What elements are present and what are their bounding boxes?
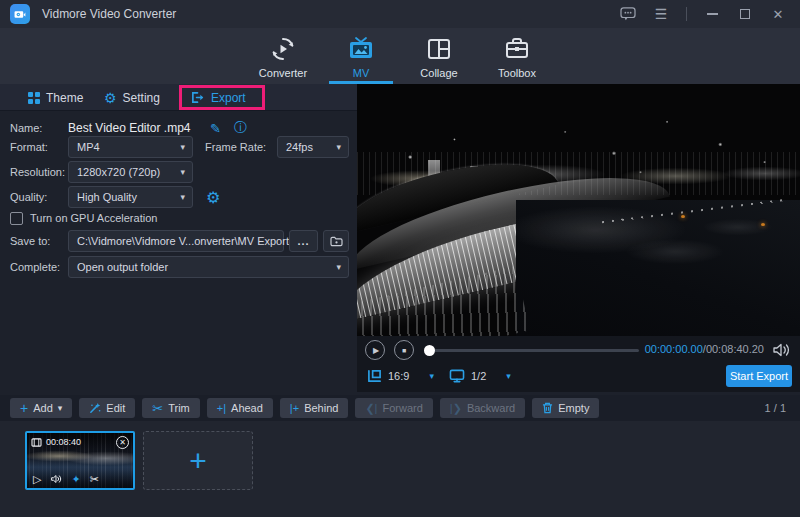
add-label: Add [33,402,53,414]
quality-dropdown[interactable]: High Quality ▾ [68,186,193,208]
tab-setting-label: Setting [123,91,160,105]
gpu-checkbox-label: Turn on GPU Acceleration [30,212,157,224]
start-export-button-small[interactable]: Start Export [726,365,792,387]
add-button[interactable]: + Add ▾ [10,398,72,418]
tab-export[interactable]: Export [190,84,246,111]
panel-tab-bar: Theme ⚙ Setting Export [0,84,357,111]
menu-icon[interactable]: ☰ [653,6,669,22]
clip-counter: 1 / 1 [765,402,786,414]
seek-handle[interactable] [424,345,435,356]
screen-selector[interactable]: 1/2 ▾ [449,364,511,388]
tab-theme-label: Theme [46,91,83,105]
gpu-row: Turn on GPU Acceleration [0,210,357,228]
clip-trim-icon[interactable]: ✂ [90,474,99,485]
save-path-field[interactable]: C:\Vidmore\Vidmore V...onverter\MV Expor… [68,230,284,252]
trim-button[interactable]: ✂ Trim [142,398,200,418]
remove-clip-icon[interactable]: ✕ [116,436,129,449]
open-folder-button[interactable] [323,230,349,252]
format-dropdown[interactable]: MP4 ▾ [68,136,193,158]
complete-dropdown[interactable]: Open output folder ▾ [68,256,349,278]
clip-play-icon[interactable]: ▷ [33,474,41,485]
orange-light [681,215,685,218]
volume-button[interactable] [772,342,790,358]
browse-button[interactable]: ... [289,230,318,252]
forward-button[interactable]: ❮| Forward [355,398,432,418]
insert-ahead-icon: +| [217,403,226,414]
clip-effect-icon[interactable]: ✦ [71,474,80,485]
plus-icon: + [189,446,207,476]
tab-theme[interactable]: Theme [28,84,83,111]
tab-setting[interactable]: ⚙ Setting [104,84,160,111]
aspect-ratio-selector[interactable]: 16:9 ▾ [367,364,434,388]
chevron-down-icon: ▾ [180,192,185,202]
toolbox-icon [504,36,530,62]
name-value: Best Video Editor .mp4 [68,121,191,135]
timeline-toolbar: + Add ▾ Edit ✂ Trim +| Ahead |+ Behind ❮… [0,395,800,421]
trash-icon [542,402,553,414]
tab-collage[interactable]: Collage [407,28,471,84]
empty-label: Empty [558,402,589,414]
quality-row: Quality: High Quality ▾ ⚙ [0,186,357,208]
save-to-row: Save to: C:\Vidmore\Vidmore V...onverter… [0,230,357,252]
time-display: 00:00:00.00/00:08:40.20 [645,343,764,355]
tab-export-label: Export [211,91,246,105]
tab-toolbox[interactable]: Toolbox [485,28,549,84]
frame-rate-dropdown[interactable]: 24fps ▾ [277,136,349,158]
chevron-down-icon: ▾ [336,262,341,272]
format-label: Format: [10,141,48,153]
info-icon[interactable]: ⓘ [234,119,247,137]
chevron-down-icon: ▾ [336,142,341,152]
gpu-acceleration-checkbox[interactable] [10,212,23,225]
behind-button[interactable]: |+ Behind [280,398,349,418]
plus-icon: + [20,401,28,415]
folder-icon [330,236,343,247]
harbor-water [516,200,800,336]
film-icon [31,438,42,447]
format-value: MP4 [77,141,100,153]
export-icon [190,91,205,104]
behind-label: Behind [304,402,338,414]
timeline-clip[interactable]: 00:08:40 ✕ ▷ ✦ ✂ [25,431,135,490]
tab-converter-label: Converter [259,67,307,79]
move-backward-icon: |❯ [450,403,462,414]
stop-button[interactable]: ■ [394,340,414,360]
tab-mv-label: MV [353,67,370,79]
clip-duration: 00:08:40 [46,437,81,447]
edit-button[interactable]: Edit [79,398,135,418]
app-window: Vidmore Video Converter ☰ ✕ Converter MV… [0,0,800,517]
resolution-label: Resolution: [10,166,65,178]
quality-settings-gear-icon[interactable]: ⚙ [206,188,220,207]
maximize-button[interactable] [737,6,753,22]
tab-converter[interactable]: Converter [251,28,315,84]
resolution-dropdown[interactable]: 1280x720 (720p) ▾ [68,161,193,183]
close-button[interactable]: ✕ [770,6,786,22]
video-preview[interactable] [357,84,800,336]
empty-button[interactable]: Empty [532,398,599,418]
export-settings-panel: Theme ⚙ Setting Export Name: Best Video … [0,84,357,395]
backward-button[interactable]: |❯ Backward [440,398,525,418]
timeline-strip: 00:08:40 ✕ ▷ ✦ ✂ + [0,421,800,517]
edit-name-icon[interactable]: ✎ [210,121,221,136]
name-label: Name: [10,122,42,134]
preview-panel: ▶ ■ 00:00:00.00/00:08:40.20 16:9 ▾ 1/2 ▾ [357,84,800,392]
seek-bar[interactable] [425,349,639,352]
add-clip-placeholder[interactable]: + [143,431,253,490]
chevron-down-icon: ▾ [506,371,511,381]
stop-icon: ■ [402,347,406,354]
format-row: Format: MP4 ▾ Frame Rate: 24fps ▾ [0,136,357,158]
resolution-row: Resolution: 1280x720 (720p) ▾ [0,161,357,183]
time-total: 00:08:40.20 [706,343,764,355]
save-path-value: C:\Vidmore\Vidmore V...onverter\MV Expor… [77,235,301,247]
forward-label: Forward [382,402,422,414]
feedback-icon[interactable] [620,6,636,22]
tab-toolbox-label: Toolbox [498,67,536,79]
app-logo-icon [10,4,30,24]
magic-wand-icon [89,402,101,414]
clip-speaker-icon[interactable] [50,474,62,484]
tab-mv[interactable]: MV [329,28,393,84]
move-forward-icon: ❮| [365,403,377,414]
ahead-button[interactable]: +| Ahead [207,398,273,418]
play-button[interactable]: ▶ [365,340,385,360]
time-current: 00:00:00.00 [645,343,703,355]
minimize-button[interactable] [704,6,720,22]
